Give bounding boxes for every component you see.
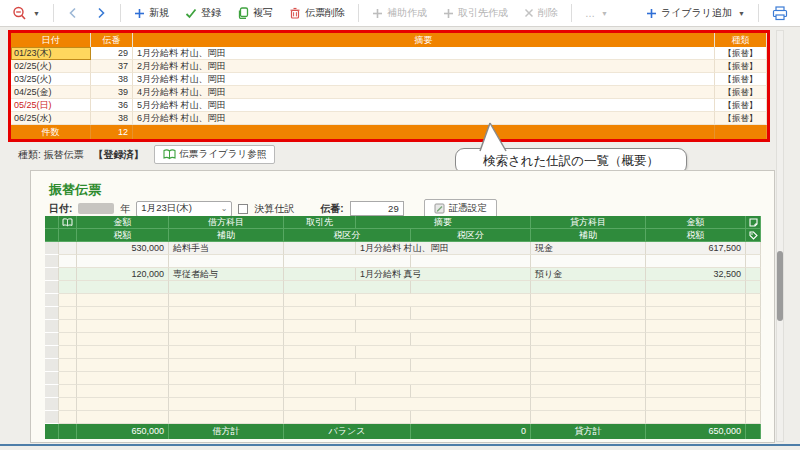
debit-aux-cell[interactable] xyxy=(169,385,284,398)
prev-button[interactable] xyxy=(61,4,85,22)
debit-tax-cell[interactable] xyxy=(77,359,169,372)
row-marker-cell[interactable] xyxy=(59,372,77,385)
credit-amount-cell[interactable]: 617,500 xyxy=(646,242,746,255)
debit-aux-cell[interactable] xyxy=(169,255,284,268)
credit-aux-cell[interactable] xyxy=(531,281,646,294)
row-gutter[interactable] xyxy=(45,372,59,385)
row-gutter[interactable] xyxy=(45,411,59,424)
next-button[interactable] xyxy=(89,4,113,22)
debit-amount-cell[interactable] xyxy=(77,294,169,307)
row-gutter[interactable] xyxy=(45,398,59,411)
create-aux-button[interactable]: 補助作成 xyxy=(366,3,433,23)
debit-tax-cell[interactable] xyxy=(77,307,169,320)
taxclass-right-cell[interactable] xyxy=(411,307,531,320)
credit-tax-cell[interactable] xyxy=(646,255,746,268)
slip-library-button[interactable]: 伝票ライブラリ参照 xyxy=(154,145,276,164)
summary-cell[interactable] xyxy=(356,372,531,385)
debit-tax-cell[interactable] xyxy=(77,411,169,424)
debit-account-cell[interactable]: 専従者給与 xyxy=(169,268,284,281)
credit-amount-cell[interactable] xyxy=(646,398,746,411)
credit-amount-cell[interactable] xyxy=(646,320,746,333)
result-row[interactable]: 05/25(日)365月分給料 村山、岡田【振替】 xyxy=(11,99,767,112)
summary-cell[interactable]: 1月分給料 真弓 xyxy=(356,268,531,281)
partner-cell[interactable] xyxy=(284,242,356,255)
credit-amount-cell[interactable] xyxy=(646,346,746,359)
taxclass-right-cell[interactable] xyxy=(411,411,531,424)
row-gutter[interactable] xyxy=(45,359,59,372)
debit-amount-cell[interactable] xyxy=(77,320,169,333)
taxclass-left-cell[interactable] xyxy=(284,333,411,346)
vertical-scrollbar[interactable] xyxy=(776,30,784,442)
credit-tax-cell[interactable] xyxy=(646,281,746,294)
debit-amount-cell[interactable] xyxy=(77,346,169,359)
taxclass-left-cell[interactable] xyxy=(284,359,411,372)
taxclass-right-cell[interactable] xyxy=(411,281,531,294)
partner-cell[interactable] xyxy=(284,268,356,281)
credit-aux-cell[interactable] xyxy=(531,411,646,424)
more-button[interactable]: … ▼ xyxy=(579,5,614,22)
credit-account-cell[interactable] xyxy=(531,294,646,307)
row-gutter[interactable] xyxy=(45,242,59,255)
closing-entry-checkbox[interactable] xyxy=(238,204,248,214)
debit-aux-cell[interactable] xyxy=(169,281,284,294)
credit-aux-cell[interactable] xyxy=(531,307,646,320)
row-marker-cell[interactable] xyxy=(59,398,77,411)
taxclass-left-cell[interactable] xyxy=(284,307,411,320)
row-gutter[interactable] xyxy=(45,281,59,294)
row-gutter[interactable] xyxy=(45,255,59,268)
debit-aux-cell[interactable] xyxy=(169,411,284,424)
debit-account-cell[interactable]: 給料手当 xyxy=(169,242,284,255)
debit-amount-cell[interactable] xyxy=(77,398,169,411)
taxclass-left-cell[interactable] xyxy=(284,255,411,268)
partner-cell[interactable] xyxy=(284,346,356,359)
debit-tax-cell[interactable] xyxy=(77,281,169,294)
summary-cell[interactable] xyxy=(356,294,531,307)
delete-button[interactable]: 削除 xyxy=(518,3,564,23)
create-partner-button[interactable]: 取引先作成 xyxy=(437,3,514,23)
credit-aux-cell[interactable] xyxy=(531,385,646,398)
row-marker-cell[interactable] xyxy=(59,268,77,281)
debit-aux-cell[interactable] xyxy=(169,359,284,372)
taxclass-right-cell[interactable] xyxy=(411,359,531,372)
delete-slip-button[interactable]: 伝票削除 xyxy=(283,3,351,23)
row-marker-cell[interactable] xyxy=(59,242,77,255)
summary-cell[interactable] xyxy=(356,346,531,359)
credit-amount-cell[interactable]: 32,500 xyxy=(646,268,746,281)
debit-account-cell[interactable] xyxy=(169,372,284,385)
credit-account-cell[interactable] xyxy=(531,320,646,333)
credit-account-cell[interactable] xyxy=(531,346,646,359)
row-marker-cell[interactable] xyxy=(59,294,77,307)
add-library-button[interactable]: ライブラリ追加 ▼ xyxy=(640,3,751,23)
credit-amount-cell[interactable] xyxy=(646,372,746,385)
slip-no-input[interactable]: 29 xyxy=(350,201,404,216)
row-gutter[interactable] xyxy=(45,294,59,307)
row-marker-cell[interactable] xyxy=(59,346,77,359)
credit-account-cell[interactable] xyxy=(531,398,646,411)
credit-aux-cell[interactable] xyxy=(531,359,646,372)
credit-tax-cell[interactable] xyxy=(646,359,746,372)
debit-account-cell[interactable] xyxy=(169,346,284,359)
partner-cell[interactable] xyxy=(284,320,356,333)
row-marker-cell[interactable] xyxy=(59,320,77,333)
row-gutter[interactable] xyxy=(45,346,59,359)
credit-tax-cell[interactable] xyxy=(646,411,746,424)
debit-tax-cell[interactable] xyxy=(77,255,169,268)
taxclass-left-cell[interactable] xyxy=(284,385,411,398)
debit-tax-cell[interactable] xyxy=(77,333,169,346)
register-button[interactable]: 登録 xyxy=(179,3,227,23)
result-row[interactable]: 04/25(金)394月分給料 村山、岡田【振替】 xyxy=(11,86,767,99)
date-select[interactable]: 1月23日(木) ⌄ xyxy=(136,201,232,217)
taxclass-right-cell[interactable] xyxy=(411,333,531,346)
credit-tax-cell[interactable] xyxy=(646,385,746,398)
result-row[interactable]: 01/23(木)291月分給料 村山、岡田【振替】 xyxy=(11,47,767,60)
credit-aux-cell[interactable] xyxy=(531,333,646,346)
new-button[interactable]: 新規 xyxy=(128,3,175,23)
debit-account-cell[interactable] xyxy=(169,320,284,333)
debit-aux-cell[interactable] xyxy=(169,333,284,346)
scrollbar-thumb[interactable] xyxy=(777,251,783,321)
summary-cell[interactable] xyxy=(356,320,531,333)
debit-amount-cell[interactable] xyxy=(77,372,169,385)
result-row[interactable]: 02/25(火)372月分給料 村山、岡田【振替】 xyxy=(11,60,767,73)
result-row[interactable]: 03/25(火)383月分給料 村山、岡田【振替】 xyxy=(11,73,767,86)
taxclass-right-cell[interactable] xyxy=(411,255,531,268)
